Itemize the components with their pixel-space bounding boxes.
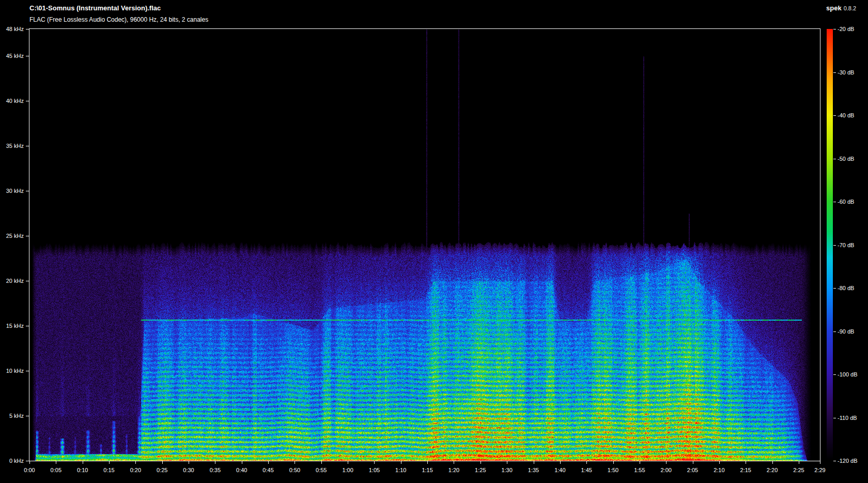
db-tick: [833, 288, 836, 289]
time-label: 1:05: [363, 467, 385, 473]
time-tick: [162, 461, 163, 464]
db-tick: [833, 72, 836, 73]
freq-tick: [26, 326, 29, 326]
time-label: 0:35: [204, 467, 226, 473]
freq-label: 48 kHz: [0, 26, 24, 32]
freq-label: 15 kHz: [0, 323, 24, 329]
freq-label: 40 kHz: [0, 98, 24, 104]
time-tick: [242, 461, 242, 464]
db-tick: [833, 418, 836, 418]
time-label: 1:20: [442, 467, 465, 473]
time-label: 1:40: [549, 467, 571, 473]
time-label: 0:20: [124, 467, 147, 473]
time-tick: [746, 461, 746, 464]
app-version: 0.8.2: [844, 5, 856, 11]
time-label: 1:55: [628, 467, 651, 473]
file-path: C:\01-Somnus (Instrumental Version).flac: [29, 4, 161, 12]
db-tick: [833, 202, 836, 202]
db-tick: [833, 245, 836, 246]
spek-window: C:\01-Somnus (Instrumental Version).flac…: [0, 0, 868, 483]
db-label: -40 dB: [838, 112, 854, 118]
time-tick: [401, 461, 401, 464]
time-tick: [268, 461, 269, 464]
time-label: 0:30: [177, 467, 200, 473]
time-label: 0:45: [257, 467, 280, 473]
db-label: -100 dB: [838, 371, 858, 378]
time-tick: [693, 461, 693, 464]
db-label: -60 dB: [838, 199, 854, 205]
time-tick: [586, 461, 587, 464]
freq-label: 5 kHz: [0, 413, 24, 419]
file-info: FLAC (Free Lossless Audio Codec), 96000 …: [29, 16, 208, 23]
freq-tick: [26, 101, 29, 101]
time-tick: [321, 461, 322, 464]
time-label: 0:50: [283, 467, 306, 473]
freq-tick: [26, 236, 29, 236]
time-label: 2:00: [655, 467, 677, 473]
time-tick: [215, 461, 215, 464]
time-tick: [799, 461, 799, 464]
freq-label: 45 kHz: [0, 53, 24, 59]
app-name: spek: [826, 4, 842, 12]
time-tick: [772, 461, 773, 464]
db-tick: [833, 115, 836, 116]
time-label: 0:05: [44, 467, 67, 473]
time-tick: [374, 461, 375, 464]
time-label: 0:15: [98, 467, 120, 473]
time-tick: [534, 461, 534, 464]
db-label: -70 dB: [838, 242, 854, 248]
time-label: 2:29: [809, 467, 831, 473]
time-label: 2:20: [761, 467, 784, 473]
time-label: 1:50: [602, 467, 625, 473]
time-tick: [820, 461, 820, 464]
time-tick: [640, 461, 640, 464]
freq-tick: [26, 191, 29, 191]
time-tick: [29, 461, 30, 464]
time-label: 0:10: [71, 467, 94, 473]
freq-tick: [26, 371, 29, 371]
time-tick: [560, 461, 561, 464]
freq-tick: [26, 281, 29, 281]
time-label: 1:15: [416, 467, 439, 473]
time-tick: [135, 461, 136, 464]
freq-tick: [26, 461, 29, 461]
db-label: -30 dB: [838, 69, 854, 76]
freq-tick: [26, 416, 29, 416]
colorbar-canvas: [827, 29, 833, 461]
time-label: 0:25: [151, 467, 174, 473]
db-label: -20 dB: [838, 26, 854, 32]
freq-tick: [26, 29, 29, 29]
db-label: -120 dB: [838, 458, 858, 464]
time-tick: [83, 461, 83, 464]
time-tick: [666, 461, 667, 464]
time-label: 2:10: [708, 467, 731, 473]
freq-label: 10 kHz: [0, 368, 24, 374]
time-tick: [719, 461, 720, 464]
time-label: 0:40: [230, 467, 253, 473]
time-label: 2:15: [734, 467, 757, 473]
freq-label: 25 kHz: [0, 233, 24, 239]
time-tick: [454, 461, 454, 464]
db-tick: [833, 374, 836, 375]
freq-label: 35 kHz: [0, 143, 24, 149]
time-tick: [348, 461, 348, 464]
time-tick: [109, 461, 110, 464]
freq-label: 30 kHz: [0, 188, 24, 194]
app-brand: spek0.8.2: [826, 4, 856, 12]
db-label: -50 dB: [838, 156, 854, 162]
time-label: 0:00: [18, 467, 41, 473]
time-label: 1:25: [469, 467, 492, 473]
spectrogram-frame: [29, 28, 820, 461]
db-tick: [833, 331, 836, 332]
time-tick: [427, 461, 428, 464]
spectrogram-canvas: [29, 29, 820, 461]
time-label: 2:25: [787, 467, 810, 473]
freq-tick: [26, 146, 29, 146]
time-label: 1:35: [522, 467, 545, 473]
time-tick: [507, 461, 507, 464]
freq-label: 20 kHz: [0, 278, 24, 284]
time-label: 1:10: [390, 467, 412, 473]
time-tick: [56, 461, 56, 464]
time-label: 0:55: [310, 467, 333, 473]
time-label: 1:45: [575, 467, 598, 473]
